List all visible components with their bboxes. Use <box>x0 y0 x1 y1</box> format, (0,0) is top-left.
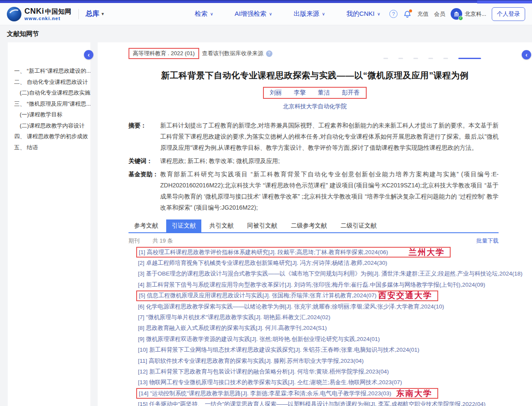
citation-item[interactable]: [6] 化学电源课程思政教学探索与实践——以绪论教学为例[J]. 张克宇;姚耀春… <box>136 301 532 312</box>
keywords-row: 关键词： 课程思政; 新工科; 教学改革; 微机原理及应用; <box>129 155 499 166</box>
outline-item[interactable]: 四、 课程思政教学的初步成效 <box>8 131 90 142</box>
citation-text: [2] 卓越工程师培育视角下机械类专业课程思政创新策略研究[J]. 冯方;何诗萍… <box>138 259 387 267</box>
citation-text: [15] 任务驱动中"两坚持、 一结合"的课堂思政育人探索——以塑料模具设计与制… <box>138 400 485 406</box>
citation-text: [4] 新工科背景下信号与系统课程应用导向型教学改革探讨[J]. 刘诗筠;张印强… <box>138 281 485 289</box>
library-label: 总库 <box>86 9 99 18</box>
citation-item[interactable]: [12] 新工科背景下思政教育与包装设计课程的融合策略分析[J]. 何培华;黄琰… <box>136 366 532 377</box>
recharge-link[interactable]: 充值 <box>417 10 428 18</box>
header-divider <box>78 9 79 19</box>
page-title: 文献知网节 <box>7 30 39 38</box>
authors-row: 刘丽李擎董洁彭开香 <box>98 87 532 99</box>
citation-item[interactable]: [1] 高校理工科课程思政教学评价指标体系建构研究[J]. 段戴平;高思琦;丁林… <box>136 247 451 258</box>
citation-text: [8] 思政教育融入嵌入式系统课程的探索与实践[J]. 何川.高教学刊,2024… <box>138 324 327 332</box>
citation-text: [1] 高校理工科课程思政教学评价指标体系建构研究[J]. 段戴平;高思琦;丁林… <box>139 249 388 256</box>
journal-help-icon[interactable]: ? <box>266 50 272 57</box>
funding-text: 教育部新工科研究与实践项目 “新工科教育背景下自动化专业创意创新创业能力培养方案… <box>160 169 499 213</box>
outline-item[interactable]: 一、 “新工科”课程思政建设的... <box>8 65 90 77</box>
tab-二级引证文献[interactable]: 二级引证文献 <box>335 219 382 232</box>
article-meta: 摘要： 新工科计划提出了工程教育的新理念,对培养兼具国际视野、工程素养和创新能力… <box>129 120 499 213</box>
citation-item[interactable]: [9] 微机原理课程双语教学资源的建设与实践[J]. 张然;胡玲艳.创新创业理论… <box>136 334 532 344</box>
institution-icon: ✓ <box>451 8 462 20</box>
personal-login-button[interactable]: 个人登录 <box>492 7 525 21</box>
citation-item[interactable]: [14] "运动控制系统"课程思政教学新思路[J]. 李新德;李星霖;李和清;余… <box>136 388 438 399</box>
library-dropdown[interactable]: 总库 ▾ <box>86 9 104 18</box>
cnki-logo[interactable]: CNKi中国知网 www.cnki.net <box>7 7 72 21</box>
tab-二级参考文献[interactable]: 二级参考文献 <box>285 219 332 232</box>
university-annotation: 西安交通大学 <box>378 290 432 301</box>
citation-item[interactable]: [8] 思政教育融入嵌入式系统课程的探索与实践[J]. 何川.高教学刊,2024… <box>136 323 532 334</box>
page-body: 一、 “新工科”课程思政建设的...二、 自动化专业课程思政设计(二)自动化专业… <box>0 42 532 406</box>
notification-bell-icon[interactable] <box>403 10 412 18</box>
abstract-row: 摘要： 新工科计划提出了工程教育的新理念,对培养兼具国际视野、工程素养和创新能力… <box>129 120 499 153</box>
logo-url: www.cnki.net <box>24 16 72 21</box>
outline-item[interactable]: (二)课程思政教学内容设计 <box>8 120 90 131</box>
citation-item[interactable]: [7] "微机原理与单片机技术"课程思政教学实践[J]. 胡艳茹.科教文汇,20… <box>136 312 532 323</box>
citation-item[interactable]: [2] 卓越工程师培育视角下机械类专业课程思政创新策略研究[J]. 冯方;何诗萍… <box>136 258 532 268</box>
verified-check-icon: ✓ <box>458 16 463 21</box>
help-icon[interactable]: ? <box>389 10 398 18</box>
article-panel: 高等理科教育 . 2022 (01) 查看该刊数据库收录来源 ? 新工科背景下自… <box>98 42 532 406</box>
list-meta-row: 期刊 共 19 条 批量下载 <box>129 237 499 245</box>
outline-item[interactable]: (一)课程教学目标 <box>8 109 90 120</box>
citation-list: [1] 高校理工科课程思政教学评价指标体系建构研究[J]. 段戴平;高思琦;丁林… <box>136 247 532 406</box>
citation-text: [11] 高职软件技术专业课程思政教育的探索与实践[J]. 滕刚.苏州市职业大学… <box>138 357 364 365</box>
chevron-down-icon: ∨ <box>210 12 213 16</box>
tab-参考文献[interactable]: 参考文献 <box>129 219 164 232</box>
list-count: 共 19 条 <box>152 237 173 245</box>
list-type-label[interactable]: 期刊 <box>129 237 140 245</box>
tab-同被引文献[interactable]: 同被引文献 <box>242 219 283 232</box>
citation-text: [13] 物联网工程专业微机原理与接口技术的教学探索与实践[J]. 仝红;谢晓兰… <box>138 379 402 386</box>
citation-text: [14] "运动控制系统"课程思政教学新思路[J]. 李新德;李星霖;李和清;余… <box>139 390 391 397</box>
author-link[interactable]: 刘丽 <box>270 89 282 97</box>
nav-item[interactable]: 检索∨ <box>195 10 213 18</box>
nav-item[interactable]: 我的CNKI∨ <box>347 10 380 18</box>
outline-item[interactable]: 五、 结语 <box>8 142 90 153</box>
funding-row: 基金资助： 教育部新工科研究与实践项目 “新工科教育背景下自动化专业创意创新创业… <box>129 169 499 213</box>
member-link[interactable]: 会员 <box>434 10 445 18</box>
sidebar-collapse-button[interactable]: ‹ <box>84 50 93 59</box>
journal-source-highlighted[interactable]: 高等理科教育 . 2022 (01) <box>129 48 199 59</box>
notification-dot <box>409 9 412 12</box>
citation-item[interactable]: [13] 物联网工程专业微机原理与接口技术的教学探索与实践[J]. 仝红;谢晓兰… <box>136 377 532 388</box>
author-link[interactable]: 李擎 <box>294 89 306 97</box>
tab-引证文献[interactable]: 引证文献 <box>166 219 201 232</box>
right-panel-collapse-button[interactable]: ‹ <box>522 50 531 59</box>
abstract-text: 新工科计划提出了工程教育的新理念,对培养兼具国际视野、工程素养和创新能力的未来新… <box>160 120 499 153</box>
citation-item[interactable]: [3] 基于OBE理念的课程思政设计与混合式教学实践——以《城市地下空间规划与利… <box>136 269 532 279</box>
funding-label: 基金资助： <box>129 169 160 213</box>
university-annotation: 兰州大学 <box>409 247 445 258</box>
org-name: 北京科... <box>465 10 486 18</box>
outline-list: 一、 “新工科”课程思政建设的...二、 自动化专业课程思政设计(二)自动化专业… <box>8 42 90 153</box>
author-link[interactable]: 董洁 <box>318 89 330 97</box>
chevron-down-icon: ∨ <box>377 12 380 16</box>
outline-item[interactable]: (二)自动化专业课程思政实施... <box>8 87 90 98</box>
citation-text: [9] 微机原理课程双语教学资源的建设与实践[J]. 张然;胡玲艳.创新创业理论… <box>138 335 380 343</box>
primary-nav: 检索∨AI增强检索∨出版来源∨我的CNKI∨ <box>195 10 380 18</box>
affiliation-link[interactable]: 北京科技大学自动化学院 <box>98 103 532 110</box>
logo-wordmark: CNKi中国知网 <box>24 7 72 15</box>
nav-item[interactable]: AI增强检索∨ <box>235 10 272 18</box>
citation-item[interactable]: [4] 新工科背景下信号与系统课程应用导向型教学改革探讨[J]. 刘诗筠;张印强… <box>136 279 532 290</box>
author-link[interactable]: 彭开香 <box>342 89 360 97</box>
citation-text: [10] 新工科背景下工业网络与组态技术课程思政建设实践探究[J]. 朱铝芬;王… <box>138 346 419 354</box>
outline-item[interactable]: 三、 “微机原理及应用”课程思... <box>8 98 90 110</box>
citation-item[interactable]: [10] 新工科背景下工业网络与组态技术课程思政建设实践探究[J]. 朱铝芬;王… <box>136 345 532 356</box>
chevron-down-icon: ∨ <box>269 12 272 16</box>
org-account[interactable]: ✓ 北京科... <box>451 8 486 20</box>
nav-item[interactable]: 出版来源∨ <box>293 10 325 18</box>
tab-共引文献[interactable]: 共引文献 <box>204 219 239 232</box>
placeholder-dashes <box>373 58 481 59</box>
batch-download-link[interactable]: 批量下载 <box>476 237 499 245</box>
keywords-text[interactable]: 课程思政; 新工科; 教学改革; 微机原理及应用; <box>160 155 499 166</box>
citation-tabs: 参考文献引证文献共引文献同被引文献二级参考文献二级引证文献 <box>129 219 499 233</box>
citation-item[interactable]: [15] 任务驱动中"两坚持、 一结合"的课堂思政育人探索——以塑料模具设计与制… <box>136 399 532 406</box>
citation-item[interactable]: [5] 信息工程微机原理及应用课程思政设计与实践[J]. 张国梅;乔瑞萍;张育.… <box>136 290 438 301</box>
citation-item[interactable]: [11] 高职软件技术专业课程思政教育的探索与实践[J]. 滕刚.苏州市职业大学… <box>136 356 532 366</box>
cnki-globe-icon <box>7 7 21 21</box>
citation-text: [7] "微机原理与单片机技术"课程思政教学实践[J]. 胡艳茹.科教文汇,20… <box>138 314 330 321</box>
journal-db-source-link[interactable]: 查看该刊数据库收录来源 <box>202 50 263 57</box>
citation-text: [12] 新工科背景下思政教育与包装设计课程的融合策略分析[J]. 何培华;黄琰… <box>138 368 389 376</box>
university-annotation: 东南大学 <box>396 388 432 399</box>
outline-item[interactable]: 二、 自动化专业课程思政设计 <box>8 77 90 88</box>
citation-text: [3] 基于OBE理念的课程思政设计与混合式教学实践——以《城市地下空间规划与利… <box>138 270 523 278</box>
